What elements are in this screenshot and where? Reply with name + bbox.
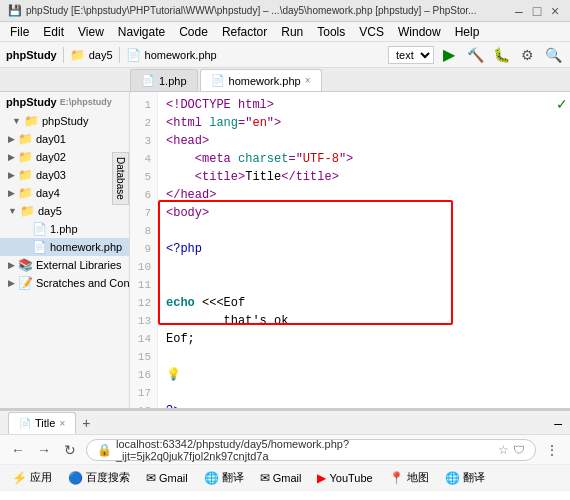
line-num-3: 3 [136, 132, 151, 150]
bookmark-translate1-label: 翻译 [222, 470, 244, 485]
tree-folder-phpstudy: 📁 [24, 114, 39, 128]
baidu-icon: 🔵 [68, 471, 83, 485]
gmail-icon-1: ✉ [146, 471, 156, 485]
code-lines[interactable]: <!DOCTYPE html> <html lang="en"> <head> … [158, 92, 570, 408]
run-button[interactable]: ▶ [438, 45, 460, 65]
bookmark-gmail1[interactable]: ✉ Gmail [142, 469, 192, 487]
maximize-button[interactable]: □ [530, 4, 544, 18]
tree-label-extlibs: External Libraries [36, 259, 122, 271]
tree-label-scratches: Scratches and Console [36, 277, 130, 289]
browser-tab-label: Title [35, 417, 55, 429]
tab-close-button[interactable]: × [305, 75, 311, 86]
tree-label-day4: day4 [36, 187, 60, 199]
code-line-14: Eof; [166, 330, 562, 348]
tree-arrow-day03: ▶ [8, 170, 15, 180]
tree-arrow-day02: ▶ [8, 152, 15, 162]
browser-minimize-button[interactable]: – [554, 415, 562, 431]
browser-new-tab-button[interactable]: + [82, 415, 90, 431]
back-button[interactable]: ← [8, 440, 28, 460]
menu-code[interactable]: Code [173, 23, 214, 41]
bookmark-translate2[interactable]: 🌐 翻译 [441, 468, 489, 487]
tree-day02[interactable]: ▶ 📁 day02 [0, 148, 129, 166]
bookmark-translate2-label: 翻译 [463, 470, 485, 485]
menu-vcs[interactable]: VCS [353, 23, 390, 41]
minimize-button[interactable]: – [512, 4, 526, 18]
line-num-17: 17 [136, 384, 151, 402]
browser-tab-close[interactable]: × [59, 418, 65, 429]
bookmark-apps[interactable]: ⚡ 应用 [8, 468, 56, 487]
toolbar: phpStudy 📁 day5 📄 homework.php text ▶ 🔨 … [0, 42, 570, 68]
tree-day4[interactable]: ▶ 📁 day4 [0, 184, 129, 202]
code-line-6: </head> [166, 186, 562, 204]
tree-arrow-extlibs: ▶ [8, 260, 15, 270]
title-bar-left: 💾 phpStudy [E:\phpstudy\PHPTutorial\WWW\… [8, 4, 476, 17]
tab-1php[interactable]: 📄 1.php [130, 69, 198, 91]
tree-scratches[interactable]: ▶ 📝 Scratches and Console [0, 274, 129, 292]
bookmark-gmail2-label: Gmail [273, 472, 302, 484]
sidebar-header: phpStudy E:\phpstudy [0, 92, 129, 112]
code-line-18: ?> [166, 402, 562, 408]
bookmark-gmail2[interactable]: ✉ Gmail [256, 469, 306, 487]
editor-area[interactable]: 1 2 3 4 5 6 7 8 9 10 11 12 13 14 15 16 1 [130, 92, 570, 408]
menu-refactor[interactable]: Refactor [216, 23, 273, 41]
text-type-select[interactable]: text [388, 46, 434, 64]
line-num-1: 1 [136, 96, 151, 114]
bookmark-star-icon[interactable]: ☆ [498, 443, 509, 457]
tree-folder-day03: 📁 [18, 168, 33, 182]
bookmark-maps-label: 地图 [407, 470, 429, 485]
code-line-2: <html lang="en"> [166, 114, 562, 132]
line-num-16: 16 [136, 366, 151, 384]
bookmark-youtube-label: YouTube [329, 472, 372, 484]
settings-button[interactable]: ⚙ [516, 45, 538, 65]
title-bar: 💾 phpStudy [E:\phpstudy\PHPTutorial\WWW\… [0, 0, 570, 22]
tree-label-day02: day02 [36, 151, 66, 163]
menu-file[interactable]: File [4, 23, 35, 41]
tree-1php[interactable]: 📄 1.php [0, 220, 129, 238]
tree-external-libs[interactable]: ▶ 📚 External Libraries [0, 256, 129, 274]
debug-button[interactable]: 🐛 [490, 45, 512, 65]
line-num-12: 12 [136, 294, 151, 312]
sidebar: 1:Project phpStudy E:\phpstudy ▼ 📁 phpSt… [0, 92, 130, 408]
bookmark-youtube[interactable]: ▶ YouTube [313, 469, 376, 487]
tree-day5[interactable]: ▼ 📁 day5 [0, 202, 129, 220]
bookmark-translate1[interactable]: 🌐 翻译 [200, 468, 248, 487]
menu-edit[interactable]: Edit [37, 23, 70, 41]
browser-tab-icon: 📄 [19, 418, 31, 429]
menu-help[interactable]: Help [449, 23, 486, 41]
database-panel-tab[interactable]: Database [112, 152, 129, 205]
code-line-13: that's ok [166, 312, 562, 330]
line-num-2: 2 [136, 114, 151, 132]
close-button[interactable]: × [548, 4, 562, 18]
bookmark-baidu[interactable]: 🔵 百度搜索 [64, 468, 134, 487]
menu-tools[interactable]: Tools [311, 23, 351, 41]
sidebar-path: E:\phpstudy [60, 97, 112, 107]
tab-homeworkphp[interactable]: 📄 homework.php × [200, 69, 322, 91]
line-num-14: 14 [136, 330, 151, 348]
code-line-16: 💡 [166, 366, 562, 384]
filename-label: homework.php [145, 49, 217, 61]
forward-button[interactable]: → [34, 440, 54, 460]
refresh-button[interactable]: ↻ [60, 440, 80, 460]
code-line-7: <body> [166, 204, 562, 222]
browser-navbar: ← → ↻ 🔒 localhost:63342/phpstudy/day5/ho… [0, 435, 570, 465]
tree-day03[interactable]: ▶ 📁 day03 [0, 166, 129, 184]
ide-area: 📄 1.php 📄 homework.php × 1:Project phpSt… [0, 68, 570, 408]
address-text: localhost:63342/phpstudy/day5/homework.p… [116, 438, 494, 462]
phpstudy-label: phpStudy [6, 49, 57, 61]
bookmark-maps[interactable]: 📍 地图 [385, 468, 433, 487]
browser-content: that's ok [0, 491, 570, 500]
tree-day01[interactable]: ▶ 📁 day01 [0, 130, 129, 148]
code-line-17 [166, 384, 562, 402]
menu-view[interactable]: View [72, 23, 110, 41]
browser-tab[interactable]: 📄 Title × [8, 412, 76, 434]
menu-navigate[interactable]: Navigate [112, 23, 171, 41]
extensions-button[interactable]: ⋮ [542, 440, 562, 460]
line-num-5: 5 [136, 168, 151, 186]
menu-run[interactable]: Run [275, 23, 309, 41]
menu-window[interactable]: Window [392, 23, 447, 41]
tree-homeworkphp[interactable]: 📄 homework.php [0, 238, 129, 256]
address-bar[interactable]: 🔒 localhost:63342/phpstudy/day5/homework… [86, 439, 536, 461]
tree-phpstudy[interactable]: ▼ 📁 phpStudy [0, 112, 129, 130]
build-button[interactable]: 🔨 [464, 45, 486, 65]
search-button[interactable]: 🔍 [542, 45, 564, 65]
